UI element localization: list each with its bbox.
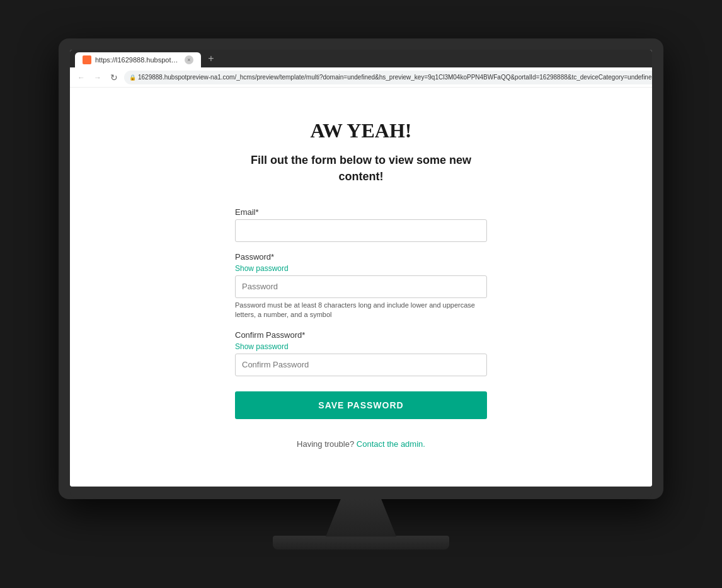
email-label: Email* — [235, 207, 487, 217]
tab-title: https://l1629888.hubspotprev... — [95, 56, 181, 64]
reload-button[interactable]: ↻ — [108, 71, 120, 84]
lock-icon: 🔒 — [129, 74, 136, 81]
email-input[interactable] — [235, 219, 487, 242]
new-tab-button[interactable]: + — [203, 51, 219, 66]
email-form-group: Email* — [235, 207, 487, 242]
monitor-screen: https://l1629888.hubspotprev... × + ← → … — [70, 50, 652, 486]
confirm-password-input[interactable] — [235, 354, 487, 376]
monitor-base — [273, 536, 449, 550]
show-password-link[interactable]: Show password — [235, 264, 487, 273]
browser-address-bar: ← → ↻ 🔒 1629888.hubspotpreview-na1.com/_… — [70, 67, 652, 88]
save-password-button[interactable]: SAVE PASSWORD — [235, 391, 487, 419]
browser-tab-bar: https://l1629888.hubspotprev... × + — [70, 50, 652, 67]
back-button[interactable]: ← — [75, 72, 88, 83]
trouble-label: Having trouble? — [297, 439, 354, 449]
contact-admin-link[interactable]: Contact the admin. — [357, 439, 425, 449]
address-text: 1629888.hubspotpreview-na1.com/_hcms/pre… — [138, 74, 652, 81]
monitor-stand — [311, 499, 411, 537]
monitor-wrapper: https://l1629888.hubspotprev... × + ← → … — [46, 38, 676, 549]
password-form-group: Password* Show password Password must be… — [235, 252, 487, 320]
forward-button[interactable]: → — [91, 72, 104, 83]
password-input[interactable] — [235, 275, 487, 298]
tab-favicon — [83, 55, 91, 64]
monitor-body: https://l1629888.hubspotprev... × + ← → … — [59, 38, 663, 499]
form-container: Email* Password* Show password Password … — [235, 207, 487, 424]
address-bar[interactable]: 🔒 1629888.hubspotpreview-na1.com/_hcms/p… — [124, 71, 652, 84]
trouble-text: Having trouble? Contact the admin. — [297, 439, 425, 449]
tab-close-button[interactable]: × — [185, 55, 193, 64]
password-hint: Password must be at least 8 characters l… — [235, 301, 487, 320]
password-label: Password* — [235, 252, 487, 262]
monitor-bottom-bar — [70, 487, 652, 499]
confirm-password-form-group: Confirm Password* Show password — [235, 330, 487, 376]
page-subtitle: Fill out the form below to view some new… — [229, 153, 493, 184]
show-confirm-password-link[interactable]: Show password — [235, 342, 487, 351]
page-title: AW YEAH! — [311, 119, 412, 142]
browser-tab-active[interactable]: https://l1629888.hubspotprev... × — [75, 52, 201, 67]
page-content: AW YEAH! Fill out the form below to view… — [70, 88, 652, 486]
confirm-password-label: Confirm Password* — [235, 330, 487, 340]
